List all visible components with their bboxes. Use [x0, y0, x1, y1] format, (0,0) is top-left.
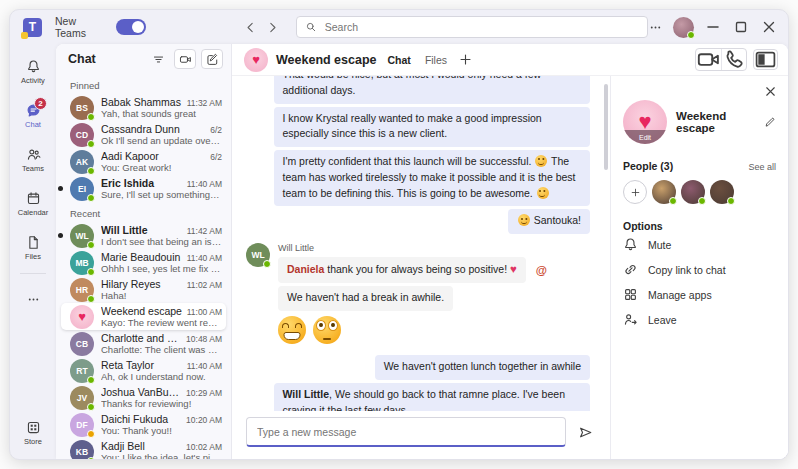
- chat-preview: Haha!: [101, 290, 222, 301]
- presence-available-indicator: [87, 167, 95, 175]
- message-group: WLWill LittleDaniela thank you for alway…: [246, 243, 547, 346]
- chat-list-item[interactable]: JV Joshua VanBuren 10:29 AM Thanks for r…: [61, 384, 226, 411]
- chat-name: Weekend escape: [101, 305, 183, 317]
- meet-now-button[interactable]: [174, 49, 196, 69]
- chat-name: Charlotte and Babak: [101, 332, 182, 344]
- message-bubble: That would be nice, but at most I would …: [274, 76, 590, 104]
- window-close-button[interactable]: [760, 18, 778, 36]
- filter-button[interactable]: [147, 49, 169, 69]
- back-button[interactable]: [242, 18, 260, 36]
- message-bubble: Will Little, We should go back to that r…: [274, 383, 590, 411]
- options-header: Options: [623, 220, 776, 232]
- chat-list-panel: Chat Pinned BS Babak Shammas 11:32 AM Ya…: [56, 44, 232, 459]
- chat-name: Kadji Bell: [101, 440, 182, 452]
- rail-item-more[interactable]: [10, 277, 56, 321]
- group-avatar-large[interactable]: ♥ Edit: [623, 100, 667, 144]
- rename-chat-button[interactable]: [764, 116, 776, 128]
- store-icon: [26, 420, 41, 435]
- message-bubble: We haven't gotten lunch together in awhi…: [375, 355, 590, 380]
- new-teams-toggle[interactable]: [116, 19, 145, 35]
- tab-chat[interactable]: Chat: [385, 54, 414, 66]
- chat-list-item[interactable]: BS Babak Shammas 11:32 AM Yah, that soun…: [61, 94, 226, 121]
- option-leave[interactable]: Leave: [623, 307, 776, 332]
- chat-time: 6/2: [210, 125, 222, 135]
- send-button[interactable]: [574, 425, 596, 440]
- chat-list-item[interactable]: RT Reta Taylor 11:40 AM Ah, ok I underst…: [61, 357, 226, 384]
- presence-available-indicator: [87, 241, 95, 249]
- messages-scrollbar[interactable]: [604, 84, 608, 170]
- add-person-button[interactable]: [623, 180, 647, 204]
- rail-item-activity[interactable]: Activity: [10, 50, 56, 94]
- audio-call-button[interactable]: [721, 49, 746, 70]
- titlebar-more-button[interactable]: [648, 20, 663, 35]
- chat-name: Marie Beaudouin: [101, 251, 183, 263]
- teams-window: T New Teams Activity Chat 2 Teams: [9, 9, 789, 460]
- grinning-face-emoji: [278, 316, 306, 344]
- member-avatar[interactable]: [681, 180, 705, 204]
- chat-list-item[interactable]: MB Marie Beaudouin 11:40 AM Ohhh I see, …: [61, 249, 226, 276]
- rail-item-calendar[interactable]: Calendar: [10, 182, 56, 226]
- message-input[interactable]: [255, 425, 541, 439]
- chat-list-item[interactable]: CD Cassandra Dunn 6/2 Ok I'll send an up…: [61, 121, 226, 148]
- maximize-button[interactable]: [732, 18, 750, 36]
- chat-list-item[interactable]: AK Aadi Kapoor 6/2 You: Great work!: [61, 148, 226, 175]
- chat-list-item[interactable]: EI Eric Ishida 11:40 AM Sure, I'll set u…: [61, 175, 226, 202]
- section-label: Pinned: [56, 74, 231, 94]
- option-manage-apps[interactable]: Manage apps: [623, 282, 776, 307]
- minimize-button[interactable]: [704, 18, 722, 36]
- video-call-button[interactable]: [696, 49, 721, 70]
- edit-avatar-overlay[interactable]: Edit: [623, 130, 667, 144]
- user-avatar[interactable]: [673, 17, 694, 38]
- chat-name: Cassandra Dunn: [101, 123, 206, 135]
- rail-item-teams[interactable]: Teams: [10, 138, 56, 182]
- chat-name: Hilary Reyes: [101, 278, 183, 290]
- chat-list-item[interactable]: WL Will Little 11:42 AM I don't see that…: [61, 222, 226, 249]
- message-group: We haven't gotten lunch together in awhi…: [274, 355, 590, 411]
- avatar: MB: [70, 251, 94, 275]
- emoji-message: [278, 314, 547, 346]
- presence-available-indicator: [87, 376, 95, 384]
- rail-item-store[interactable]: Store: [10, 411, 56, 455]
- presence-available-indicator: [87, 457, 95, 460]
- option-mute[interactable]: Mute: [623, 232, 776, 257]
- chat-preview: Yah, that sounds great: [101, 108, 222, 119]
- open-details-button[interactable]: [753, 49, 778, 70]
- chat-preview: Ohhh I see, yes let me fix that!: [101, 263, 222, 274]
- new-teams-label: New Teams: [55, 15, 108, 39]
- avatar: EI: [70, 177, 94, 201]
- option-copy-link-to-chat[interactable]: Copy link to chat: [623, 257, 776, 282]
- rail-item-files[interactable]: Files: [10, 226, 56, 270]
- bell-icon: [623, 237, 638, 252]
- avatar: KB: [70, 440, 94, 460]
- message-input-box[interactable]: [246, 417, 566, 447]
- chat-time: 11:42 AM: [187, 226, 222, 236]
- see-all-link[interactable]: See all: [748, 162, 776, 172]
- chat-time: 11:40 AM: [187, 253, 222, 263]
- avatar: WL: [246, 243, 270, 267]
- member-avatar[interactable]: [652, 180, 676, 204]
- presence-available-indicator: [87, 268, 95, 276]
- forward-button[interactable]: [264, 18, 282, 36]
- chat-list-item[interactable]: KB Kadji Bell 10:02 AM You: I like the i…: [61, 438, 226, 459]
- message-bubble: We haven't had a break in awhile.: [278, 286, 453, 311]
- chat-details-panel: ♥ Edit Weekend escape People (3) See all: [610, 76, 788, 459]
- chat-list-item[interactable]: DF Daichi Fukuda 10:20 AM You: Thank you…: [61, 411, 226, 438]
- chat-list-item[interactable]: HR Hilary Reyes 11:02 AM Haha!: [61, 276, 226, 303]
- mention[interactable]: Will Little: [283, 388, 330, 400]
- tab-files[interactable]: Files: [422, 54, 450, 66]
- search-bar[interactable]: [296, 16, 648, 38]
- sunglasses-face-emoji: [535, 155, 547, 167]
- details-close-button[interactable]: [763, 84, 778, 99]
- member-avatar[interactable]: [710, 180, 734, 204]
- search-input[interactable]: [323, 20, 639, 34]
- add-tab-button[interactable]: [458, 52, 473, 67]
- avatar: AK: [70, 150, 94, 174]
- rail-item-chat[interactable]: Chat 2: [10, 94, 56, 138]
- mention[interactable]: Daniela: [287, 263, 324, 275]
- details-group-name: Weekend escape: [676, 110, 749, 134]
- chat-list-item[interactable]: CB Charlotte and Babak 10:48 AM Charlott…: [61, 330, 226, 357]
- new-chat-button[interactable]: [201, 49, 223, 69]
- chat-list-item[interactable]: ♥ Weekend escape 11:00 AM Kayo: The revi…: [61, 303, 226, 330]
- titlebar: T New Teams: [10, 10, 788, 44]
- avatar: WL: [70, 224, 94, 248]
